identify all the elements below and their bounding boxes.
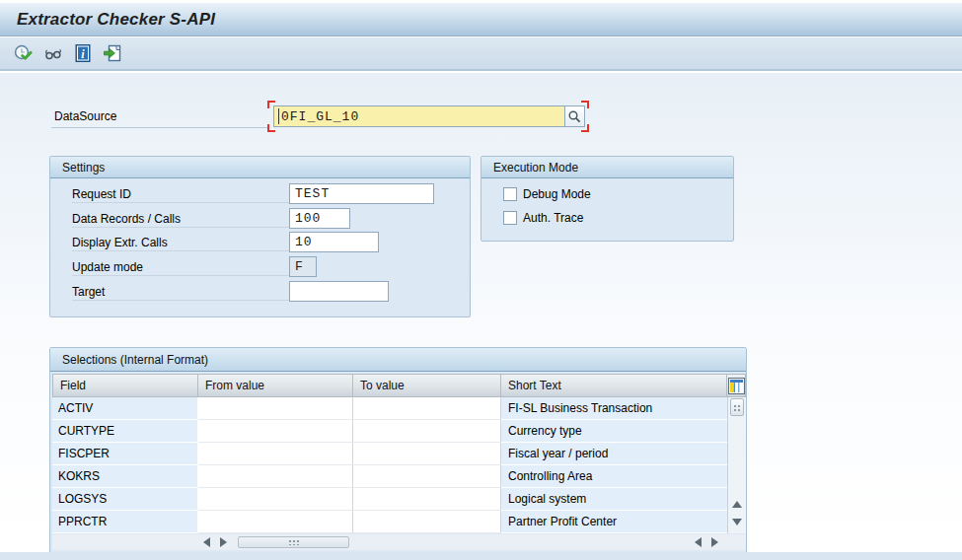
column-header-short-text[interactable]: Short Text	[501, 374, 727, 397]
to-value-cell[interactable]	[353, 420, 501, 443]
target-label: Target	[72, 285, 105, 299]
info-button[interactable]: i	[70, 41, 95, 66]
label-underline	[72, 300, 289, 301]
scroll-right-button[interactable]	[220, 537, 227, 547]
data-records-input[interactable]: 100	[289, 208, 350, 229]
scroll-up-button[interactable]	[732, 501, 742, 508]
display-glasses-icon	[42, 42, 64, 64]
exit-button[interactable]	[100, 41, 124, 66]
scroll-down-button[interactable]	[732, 519, 742, 525]
table-configuration-icon	[728, 378, 745, 394]
datasource-input[interactable]: 0FI_GL_10	[273, 105, 565, 127]
vertical-scrollbar[interactable]	[727, 397, 746, 533]
left-arrow-icon	[203, 537, 210, 547]
data-records-label: Data Records / Calls	[72, 212, 181, 226]
grip-dots	[733, 404, 742, 411]
field-cell: KOKRS	[52, 465, 198, 488]
application-toolbar: i	[0, 37, 962, 71]
field-cell: FISCPER	[52, 443, 198, 465]
label-underline	[72, 275, 289, 276]
text-cursor	[278, 108, 279, 124]
table-body: ACTIV FI-SL Business Transaction CURTYPE…	[52, 397, 727, 533]
from-value-cell[interactable]	[198, 465, 353, 488]
horizontal-scrollbar-thumb[interactable]	[238, 536, 349, 548]
label-underline	[72, 202, 289, 203]
to-value-cell[interactable]	[353, 465, 501, 488]
request-id-input[interactable]: TEST	[289, 183, 434, 204]
left-arrow-icon	[695, 537, 702, 547]
to-value-cell[interactable]	[353, 511, 501, 533]
scroll-left-button[interactable]	[203, 537, 210, 547]
field-cell: ACTIV	[52, 397, 198, 420]
to-value-cell[interactable]	[353, 443, 501, 465]
short-text-cell: Logical system	[501, 488, 727, 511]
table-row: CURTYPE Currency type	[52, 420, 727, 443]
datasource-value: 0FI_GL_10	[281, 109, 359, 124]
column-header-field[interactable]: Field	[52, 374, 198, 397]
request-id-label: Request ID	[72, 187, 131, 201]
update-mode-label: Update mode	[72, 260, 143, 274]
field-cell: CURTYPE	[52, 420, 198, 443]
field-cell: LOGSYS	[52, 488, 198, 511]
table-row: PPRCTR Partner Profit Center	[52, 511, 727, 533]
right-arrow-icon	[220, 537, 227, 547]
debug-mode-label: Debug Mode	[523, 187, 591, 201]
vertical-scrollbar-thumb[interactable]	[730, 398, 744, 416]
short-text-cell: Partner Profit Center	[501, 511, 727, 533]
execution-mode-groupbox: Execution Mode Debug Mode Auth. Trace	[481, 156, 734, 242]
column-header-to-value[interactable]: To value	[353, 374, 501, 397]
search-icon	[567, 109, 582, 124]
from-value-cell[interactable]	[198, 511, 353, 533]
short-text-cell: Fiscal year / period	[501, 443, 727, 465]
datasource-label-underline	[51, 127, 269, 128]
scroll-right-end-button[interactable]	[711, 537, 718, 547]
short-text-cell: Controlling Area	[501, 465, 727, 488]
label-underline	[72, 227, 289, 228]
settings-groupbox: Settings Request ID TEST Data Records / …	[49, 156, 471, 317]
table-row: FISCPER Fiscal year / period	[52, 443, 727, 465]
scroll-left-end-button[interactable]	[695, 537, 702, 547]
table-header-row: Field From value To value Short Text	[52, 374, 746, 397]
grip-dots	[288, 539, 299, 545]
selections-groupbox-title: Selections (Internal Format)	[50, 348, 746, 372]
to-value-cell[interactable]	[353, 397, 501, 420]
short-text-cell: Currency type	[501, 420, 727, 443]
table-row: ACTIV FI-SL Business Transaction	[52, 397, 727, 420]
window-bottom-edge	[0, 552, 962, 560]
short-text-cell: FI-SL Business Transaction	[501, 397, 727, 420]
field-cell: PPRCTR	[52, 511, 198, 533]
sap-window: Extractor Checker S-API i	[0, 0, 962, 560]
value-help-button[interactable]	[564, 105, 585, 127]
target-input[interactable]	[289, 281, 389, 302]
exit-icon	[102, 42, 123, 64]
display-button[interactable]	[40, 41, 65, 66]
from-value-cell[interactable]	[198, 488, 353, 511]
from-value-cell[interactable]	[198, 443, 353, 465]
column-header-from-value[interactable]: From value	[198, 374, 353, 397]
display-extr-calls-label: Display Extr. Calls	[72, 236, 168, 249]
table-row: KOKRS Controlling Area	[52, 465, 727, 488]
display-extr-calls-input[interactable]: 10	[289, 232, 379, 252]
table-settings-button[interactable]	[727, 374, 746, 397]
debug-mode-checkbox[interactable]	[503, 187, 517, 201]
auth-trace-label: Auth. Trace	[523, 211, 583, 225]
up-arrow-icon	[732, 501, 742, 508]
down-arrow-icon	[732, 519, 742, 525]
right-arrow-icon	[711, 537, 718, 547]
selections-groupbox: Selections (Internal Format) Field From …	[49, 347, 747, 556]
auth-trace-checkbox[interactable]	[503, 211, 517, 225]
title-bar: Extractor Checker S-API	[0, 3, 962, 36]
execute-button[interactable]	[11, 41, 36, 66]
execute-icon	[13, 42, 35, 64]
from-value-cell[interactable]	[198, 420, 353, 443]
horizontal-scrollbar[interactable]	[52, 534, 746, 550]
update-mode-input: F	[289, 256, 317, 277]
to-value-cell[interactable]	[353, 488, 501, 511]
table-row: LOGSYS Logical system	[52, 488, 727, 511]
selections-table: Field From value To value Short Text	[52, 374, 746, 533]
transaction-title: Extractor Checker S-API	[17, 10, 215, 30]
label-underline	[72, 250, 289, 251]
from-value-cell[interactable]	[198, 397, 353, 420]
datasource-label: DataSource	[54, 109, 116, 123]
info-icon: i	[72, 42, 94, 64]
